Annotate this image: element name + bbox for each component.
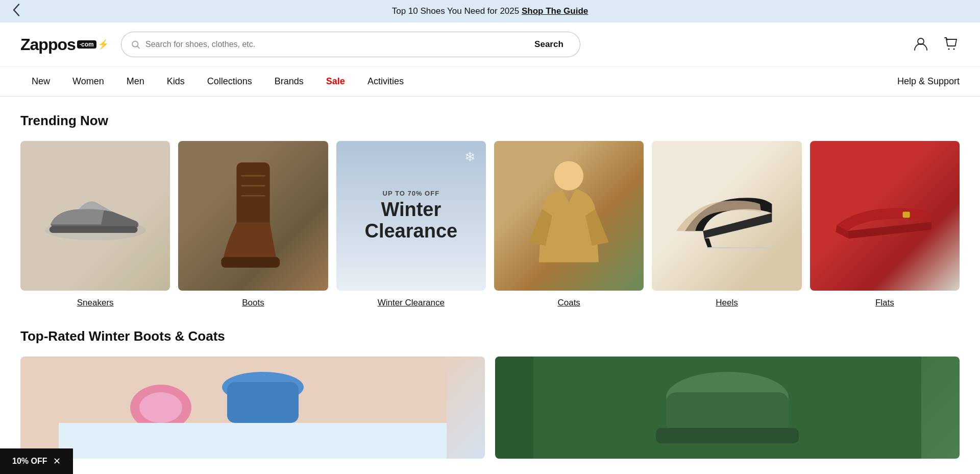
search-icon [131, 39, 140, 50]
trending-img-sneakers [20, 141, 170, 291]
trending-section: Trending Now Sneakers [20, 113, 960, 308]
trending-label-flats: Flats [875, 298, 894, 308]
trending-item-heels[interactable]: Heels [652, 141, 801, 308]
logo[interactable]: Zappos·com⚡ [20, 35, 109, 54]
trending-label-boots: Boots [242, 298, 264, 308]
nav-item-new[interactable]: New [20, 67, 61, 96]
trending-title: Trending Now [20, 113, 960, 129]
promo-label: 10% OFF [12, 457, 47, 466]
trending-label-heels: Heels [716, 298, 738, 308]
nav-item-men[interactable]: Men [115, 67, 156, 96]
banner-link[interactable]: Shop The Guide [522, 6, 588, 16]
search-button[interactable]: Search [518, 32, 580, 57]
logo-icon: ⚡ [97, 39, 109, 50]
trending-item-coats[interactable]: Coats [494, 141, 644, 308]
trending-item-sneakers[interactable]: Sneakers [20, 141, 170, 308]
product-card-left[interactable] [20, 357, 485, 459]
heels-svg [667, 160, 787, 272]
account-button[interactable] [913, 36, 929, 54]
nav-items: New Women Men Kids Collections Brands Sa… [20, 67, 897, 96]
main-nav: New Women Men Kids Collections Brands Sa… [0, 67, 980, 97]
nav-item-sale[interactable]: Sale [315, 67, 356, 96]
trending-img-heels [652, 141, 801, 291]
logo-text: Zappos [20, 35, 76, 54]
search-input[interactable] [145, 40, 509, 49]
svg-rect-8 [221, 257, 280, 268]
promo-close-button[interactable]: ✕ [53, 456, 61, 467]
nav-item-women[interactable]: Women [61, 67, 115, 96]
nav-item-kids[interactable]: Kids [156, 67, 196, 96]
svg-rect-25 [656, 428, 799, 443]
coat-svg [520, 156, 618, 276]
clearance-promo-large: Winter Clearance [364, 199, 457, 242]
trending-grid: Sneakers Boots [20, 141, 960, 308]
trending-item-clearance[interactable]: ❄ UP TO 70% OFF Winter Clearance Winter … [336, 141, 486, 308]
svg-rect-24 [666, 392, 789, 433]
product-img-right [495, 357, 960, 459]
search-input-wrap [121, 32, 518, 57]
flats-svg [825, 163, 945, 268]
trending-img-boots [178, 141, 328, 291]
trending-img-coats [494, 141, 644, 291]
nav-item-collections[interactable]: Collections [196, 67, 263, 96]
svg-rect-19 [227, 382, 299, 423]
product-grid [20, 357, 960, 459]
svg-point-17 [139, 392, 182, 423]
svg-line-1 [137, 46, 139, 49]
product-card-right[interactable] [495, 357, 960, 459]
boot-svg [208, 156, 298, 276]
clearance-promo-small: UP TO 70% OFF [383, 189, 440, 197]
main-content: Trending Now Sneakers [0, 97, 980, 474]
cart-button[interactable] [943, 36, 960, 54]
banner-back-button[interactable] [12, 3, 20, 20]
svg-rect-14 [903, 211, 910, 218]
promo-bar: 10% OFF ✕ [0, 448, 73, 474]
header: Zappos·com⚡ Search [0, 22, 980, 67]
trending-item-flats[interactable]: Flats [810, 141, 960, 308]
snowflake-icon: ❄ [464, 149, 476, 165]
svg-point-0 [132, 41, 138, 47]
product-img-left [20, 357, 485, 459]
header-icons [913, 36, 960, 54]
trending-label-clearance: Winter Clearance [378, 298, 445, 308]
banner-text: Top 10 Shoes You Need for 2025 [392, 6, 522, 16]
nav-item-activities[interactable]: Activities [356, 67, 415, 96]
svg-point-12 [554, 161, 583, 191]
trending-label-sneakers: Sneakers [77, 298, 114, 308]
top-rated-title: Top-Rated Winter Boots & Coats [20, 328, 960, 344]
svg-rect-20 [59, 423, 447, 459]
svg-rect-6 [49, 226, 137, 232]
help-support-link[interactable]: Help & Support [897, 67, 960, 96]
trending-img-clearance: ❄ UP TO 70% OFF Winter Clearance [336, 141, 486, 291]
svg-point-3 [948, 48, 950, 50]
search-container: Search [121, 32, 580, 57]
trending-img-flats [810, 141, 960, 291]
top-banner: Top 10 Shoes You Need for 2025 Shop The … [0, 0, 980, 22]
sneaker-svg [39, 160, 152, 272]
top-rated-section: Top-Rated Winter Boots & Coats [20, 328, 960, 459]
trending-label-coats: Coats [557, 298, 580, 308]
logo-badge: ·com [77, 40, 96, 49]
svg-point-4 [953, 48, 955, 50]
trending-item-boots[interactable]: Boots [178, 141, 328, 308]
nav-item-brands[interactable]: Brands [263, 67, 315, 96]
